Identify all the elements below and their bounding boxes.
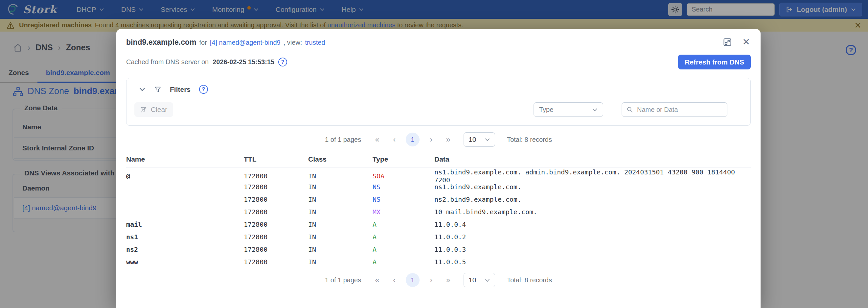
filters-panel: Filters ? Clear Type: [126, 78, 751, 126]
record-row[interactable]: ns2 172800 IN A 11.0.0.3: [126, 243, 751, 256]
record-ttl: 172800: [244, 208, 308, 216]
record-class: IN: [308, 258, 373, 266]
zone-viewer-modal: bind9.example.com for [4] named@agent-bi…: [116, 29, 761, 308]
last-page-button[interactable]: »: [441, 135, 456, 144]
record-ttl: 172800: [244, 183, 308, 191]
record-name: mail: [126, 221, 244, 228]
rows-per-page-dropdown[interactable]: 10: [464, 273, 495, 287]
record-type: NS: [373, 183, 434, 191]
rows-per-page-value: 10: [468, 276, 476, 284]
record-data: ns1.bind9.example.com.: [434, 183, 751, 191]
current-page-badge[interactable]: 1: [406, 273, 420, 287]
record-row[interactable]: 172800 IN NS ns2.bind9.example.com.: [126, 193, 751, 206]
paginator-top: 1 of 1 pages « ‹ 1 › » 10 Total: 8 recor…: [116, 132, 761, 147]
total-records-label: Total: 8 records: [507, 136, 552, 143]
collapse-chevron-icon[interactable]: [139, 87, 146, 91]
modal-title-zone: bind9.example.com: [126, 38, 196, 47]
next-page-button[interactable]: ›: [424, 275, 439, 285]
record-row[interactable]: mail 172800 IN A 11.0.0.4: [126, 218, 751, 231]
col-header-class: Class: [308, 155, 373, 163]
rows-per-page-dropdown[interactable]: 10: [464, 132, 495, 147]
type-filter-dropdown[interactable]: Type: [533, 102, 603, 117]
record-data: ns2.bind9.example.com.: [434, 195, 751, 203]
last-page-button[interactable]: »: [441, 275, 456, 285]
record-row[interactable]: 172800 IN MX 10 mail.bind9.example.com.: [126, 206, 751, 218]
chevron-down-icon: [485, 138, 490, 141]
record-row[interactable]: @ 172800 IN SOA ns1.bind9.example.com. a…: [126, 168, 751, 181]
refresh-from-dns-button[interactable]: Refresh from DNS: [678, 55, 751, 69]
record-class: IN: [308, 195, 373, 203]
record-data: 10 mail.bind9.example.com.: [434, 208, 751, 216]
record-search-box: [622, 102, 727, 117]
modal-close-icon[interactable]: ✕: [743, 37, 750, 47]
record-data: 11.0.0.4: [434, 221, 751, 228]
modal-header: bind9.example.com for [4] named@agent-bi…: [116, 29, 761, 47]
filters-header: Filters ?: [134, 85, 743, 94]
record-class: IN: [308, 221, 373, 228]
record-class: IN: [308, 183, 373, 191]
cached-help-icon[interactable]: ?: [278, 58, 287, 66]
record-ttl: 172800: [244, 172, 308, 180]
app-screen: Stork DHCP DNS Services Monitoring Confi…: [0, 0, 868, 308]
clear-filters-button[interactable]: Clear: [134, 102, 173, 117]
filters-controls: Clear Type: [134, 102, 743, 117]
cached-label: Cached from DNS server on: [126, 58, 209, 66]
record-ttl: 172800: [244, 246, 308, 253]
record-ttl: 172800: [244, 258, 308, 266]
record-type: A: [373, 233, 434, 241]
record-name: @: [126, 172, 244, 180]
record-class: IN: [308, 246, 373, 253]
prev-page-button[interactable]: ‹: [387, 135, 402, 144]
next-page-button[interactable]: ›: [424, 135, 439, 144]
record-ttl: 172800: [244, 233, 308, 241]
rows-per-page-value: 10: [468, 136, 476, 143]
record-type: SOA: [373, 172, 434, 180]
record-class: IN: [308, 233, 373, 241]
record-class: IN: [308, 172, 373, 180]
current-page-badge[interactable]: 1: [406, 133, 420, 146]
filters-title: Filters: [170, 86, 191, 93]
first-page-button[interactable]: «: [370, 135, 385, 144]
record-name: ns1: [126, 233, 244, 241]
col-header-type: Type: [373, 155, 434, 163]
record-row[interactable]: www 172800 IN A 11.0.0.5: [126, 256, 751, 268]
record-type: MX: [373, 208, 434, 216]
search-icon: [626, 106, 633, 113]
record-name: www: [126, 258, 244, 266]
pages-label: 1 of 1 pages: [325, 136, 361, 143]
maximize-icon[interactable]: [723, 37, 732, 47]
pages-label: 1 of 1 pages: [325, 276, 361, 284]
prev-page-button[interactable]: ‹: [387, 275, 402, 285]
record-row[interactable]: ns1 172800 IN A 11.0.0.2: [126, 231, 751, 243]
records-table: Name TTL Class Type Data @ 172800 IN SOA…: [126, 152, 751, 268]
modal-view-label: , view:: [283, 39, 302, 47]
record-ttl: 172800: [244, 195, 308, 203]
filter-icon: [154, 86, 161, 93]
record-type: A: [373, 258, 434, 266]
col-header-data: Data: [434, 155, 751, 163]
chevron-down-icon: [485, 278, 490, 282]
filters-help-icon[interactable]: ?: [199, 85, 208, 94]
record-data: ns1.bind9.example.com. admin.bind9.examp…: [434, 168, 751, 184]
modal-header-icons: ✕: [723, 37, 750, 47]
first-page-button[interactable]: «: [370, 275, 385, 285]
record-type: A: [373, 246, 434, 253]
records-table-body: @ 172800 IN SOA ns1.bind9.example.com. a…: [126, 168, 751, 268]
modal-title: bind9.example.com for [4] named@agent-bi…: [126, 38, 325, 47]
clear-label: Clear: [151, 106, 167, 114]
cached-row: Cached from DNS server on 2026-02-25 15:…: [116, 47, 761, 69]
record-class: IN: [308, 208, 373, 216]
record-data: 11.0.0.3: [434, 246, 751, 253]
modal-view-link[interactable]: trusted: [305, 39, 325, 47]
record-search-input[interactable]: [637, 106, 722, 114]
cached-datetime: 2026-02-25 15:53:15: [213, 58, 274, 66]
record-name: ns2: [126, 246, 244, 253]
filter-slash-icon: [140, 106, 147, 113]
records-table-header: Name TTL Class Type Data: [126, 152, 751, 168]
type-placeholder: Type: [539, 106, 553, 114]
total-records-label: Total: 8 records: [507, 276, 552, 284]
record-ttl: 172800: [244, 221, 308, 228]
col-header-ttl: TTL: [244, 155, 308, 163]
record-data: 11.0.0.5: [434, 258, 751, 266]
modal-daemon-link[interactable]: [4] named@agent-bind9: [210, 39, 281, 47]
